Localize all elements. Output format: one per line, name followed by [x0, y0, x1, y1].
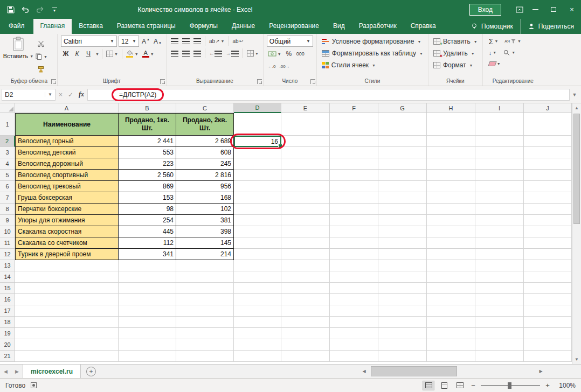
cell-J9[interactable]	[524, 215, 572, 226]
cell-B14[interactable]	[119, 271, 176, 283]
col-header-I[interactable]: I	[475, 103, 524, 113]
conditional-formatting-button[interactable]: Условное форматирование▼	[320, 36, 425, 47]
cell-B17[interactable]	[119, 305, 176, 317]
close-button[interactable]: ×	[563, 0, 581, 19]
cell-E5[interactable]	[281, 170, 330, 181]
cell-G12[interactable]	[378, 249, 427, 260]
align-center-button[interactable]	[181, 48, 191, 59]
cell-F9[interactable]	[330, 215, 378, 226]
cell-C16[interactable]	[176, 294, 234, 305]
merge-center-button[interactable]: ▼	[246, 48, 260, 59]
cell-D3[interactable]	[234, 147, 281, 158]
percent-style-button[interactable]: %	[284, 48, 294, 59]
cell-A12[interactable]: Турник в дверной проем	[15, 249, 119, 260]
cell-G3[interactable]	[378, 147, 427, 158]
cell-B20[interactable]	[119, 339, 176, 351]
cell-G13[interactable]	[378, 260, 427, 271]
cell-D4[interactable]	[234, 158, 281, 170]
cell-H9[interactable]	[427, 215, 475, 226]
cell-A2[interactable]: Велосипед горный	[15, 136, 119, 147]
cell-F20[interactable]	[330, 339, 378, 351]
paste-button[interactable]: Вставить▼	[4, 36, 32, 75]
cell-I10[interactable]	[475, 226, 524, 237]
cell-A1[interactable]: Наименование	[15, 113, 119, 136]
undo-icon[interactable]	[19, 3, 32, 16]
cell-I2[interactable]	[475, 136, 524, 147]
font-size-select[interactable]: 12▼	[119, 36, 139, 47]
row-header-21[interactable]: 21	[0, 351, 15, 362]
cell-H17[interactable]	[427, 305, 475, 317]
cell-D13[interactable]	[234, 260, 281, 271]
cut-button[interactable]	[34, 38, 49, 49]
cell-D5[interactable]	[234, 170, 281, 181]
cell-A20[interactable]	[15, 339, 119, 351]
cell-B11[interactable]: 112	[119, 237, 176, 249]
cell-A14[interactable]	[15, 271, 119, 283]
cell-E7[interactable]	[281, 192, 330, 204]
zoom-slider-thumb[interactable]	[508, 382, 511, 389]
align-left-button[interactable]	[170, 48, 179, 59]
cell-A7[interactable]: Груша боксерская	[15, 192, 119, 204]
cell-D6[interactable]	[234, 181, 281, 192]
cell-I21[interactable]	[475, 351, 524, 362]
cell-H19[interactable]	[427, 328, 475, 339]
cell-I5[interactable]	[475, 170, 524, 181]
cell-H16[interactable]	[427, 294, 475, 305]
cell-D8[interactable]	[234, 204, 281, 215]
horizontal-scrollbar[interactable]: ◀ ▶	[359, 365, 545, 378]
cell-C6[interactable]: 956	[176, 181, 234, 192]
bold-button[interactable]: Ж	[61, 48, 71, 59]
cell-J4[interactable]	[524, 158, 572, 170]
cell-G6[interactable]	[378, 181, 427, 192]
number-dialog-launcher[interactable]	[310, 79, 315, 84]
tab-данные[interactable]: Данные	[225, 19, 262, 34]
tab-вставка[interactable]: Вставка	[72, 19, 110, 34]
cell-B10[interactable]: 445	[119, 226, 176, 237]
cell-E1[interactable]	[281, 113, 330, 136]
cell-I11[interactable]	[475, 237, 524, 249]
cell-J5[interactable]	[524, 170, 572, 181]
cell-C8[interactable]: 102	[176, 204, 234, 215]
cell-A21[interactable]	[15, 351, 119, 362]
increase-decimal-button[interactable]: ←.0	[267, 61, 277, 72]
row-header-2[interactable]: 2	[0, 136, 15, 147]
font-color-button[interactable]: А ▼	[141, 48, 155, 59]
align-top-button[interactable]	[170, 36, 179, 46]
cell-E9[interactable]	[281, 215, 330, 226]
decrease-indent-button[interactable]: ←	[208, 48, 223, 59]
cell-C18[interactable]	[176, 317, 234, 328]
cell-B21[interactable]	[119, 351, 176, 362]
cell-F18[interactable]	[330, 317, 378, 328]
cell-A16[interactable]	[15, 294, 119, 305]
new-sheet-button[interactable]: +	[86, 367, 96, 376]
tab-формулы[interactable]: Формулы	[183, 19, 225, 34]
cell-D17[interactable]	[234, 305, 281, 317]
cell-C1[interactable]: Продано, 2кв. Шт.	[176, 113, 234, 136]
format-as-table-button[interactable]: Форматировать как таблицу▼	[320, 47, 425, 59]
cell-J3[interactable]	[524, 147, 572, 158]
tab-главная[interactable]: Главная	[33, 19, 72, 34]
cell-H18[interactable]	[427, 317, 475, 328]
macro-record-icon[interactable]	[31, 382, 37, 388]
align-bottom-button[interactable]	[192, 36, 202, 46]
sheet-tab-active[interactable]: microexcel.ru	[23, 365, 81, 378]
cell-B8[interactable]: 98	[119, 204, 176, 215]
cell-J20[interactable]	[524, 339, 572, 351]
row-header-8[interactable]: 8	[0, 204, 15, 215]
row-header-1[interactable]: 1	[0, 113, 15, 136]
cell-H7[interactable]	[427, 192, 475, 204]
row-header-6[interactable]: 6	[0, 181, 15, 192]
cell-D2[interactable]: 16	[234, 136, 281, 147]
cell-C5[interactable]: 2 816	[176, 170, 234, 181]
cell-E11[interactable]	[281, 237, 330, 249]
cell-J14[interactable]	[524, 271, 572, 283]
autosum-button[interactable]: Σ▼	[488, 36, 500, 47]
cell-C2[interactable]: 2 689	[176, 136, 234, 147]
cell-I17[interactable]	[475, 305, 524, 317]
row-header-5[interactable]: 5	[0, 170, 15, 181]
cell-J12[interactable]	[524, 249, 572, 260]
save-icon[interactable]	[4, 3, 17, 16]
cell-I4[interactable]	[475, 158, 524, 170]
select-all-corner[interactable]	[0, 103, 15, 113]
cell-A4[interactable]: Велосипед дорожный	[15, 158, 119, 170]
